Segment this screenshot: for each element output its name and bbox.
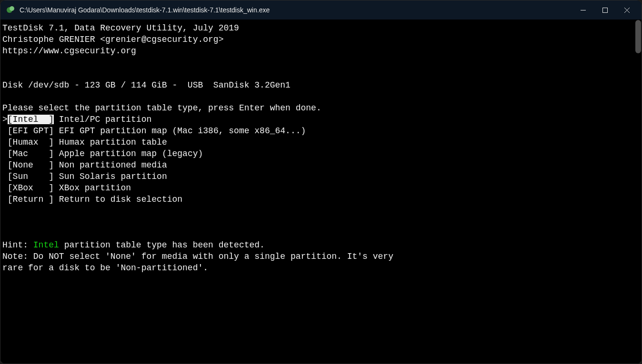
note-line-1: Note: Do NOT select 'None' for media wit…	[2, 252, 393, 261]
svg-point-1	[10, 6, 14, 11]
menu-item-sun[interactable]: [Sun ] Sun Solaris partition	[2, 171, 642, 182]
menu-desc: EFI GPT partition map (Mac i386, some x8…	[59, 126, 306, 136]
maximize-button[interactable]	[594, 0, 616, 20]
header-line-1: TestDisk 7.1, Data Recovery Utility, Jul…	[2, 23, 239, 33]
close-button[interactable]	[616, 0, 638, 20]
prompt-text: Please select the partition table type, …	[2, 103, 321, 113]
menu-item-none[interactable]: [None ] Non partitioned media	[2, 159, 642, 171]
minimize-button[interactable]	[572, 0, 594, 20]
menu-item-mac[interactable]: [Mac ] Apple partition map (legacy)	[2, 148, 642, 159]
menu-label: [Humax ]	[8, 138, 54, 147]
menu-desc: Return to disk selection	[59, 195, 182, 204]
header-line-3: https://www.cgsecurity.org	[2, 46, 136, 56]
menu-desc: Humax partition table	[59, 138, 167, 147]
terminal-output[interactable]: TestDisk 7.1, Data Recovery Utility, Jul…	[0, 20, 642, 364]
app-icon	[6, 6, 15, 14]
menu-item-intel[interactable]: >[Intel ] Intel/PC partition	[2, 114, 642, 125]
menu-label: [None ]	[8, 160, 54, 170]
menu-label: [Sun ]	[8, 172, 54, 181]
disk-info: Disk /dev/sdb - 123 GB / 114 GiB - USB S…	[2, 80, 291, 90]
hint-line: Hint: Intel partition table type has bee…	[2, 240, 265, 250]
menu-label: [Return ]	[8, 195, 54, 204]
menu-desc: XBox partition	[59, 183, 131, 193]
menu-desc: Intel/PC partition	[59, 115, 151, 124]
menu-item-xbox[interactable]: [XBox ] XBox partition	[2, 182, 642, 194]
hint-detected-type: Intel	[33, 240, 59, 250]
window-controls	[572, 0, 638, 20]
window: C:\Users\Manuviraj Godara\Downloads\test…	[0, 0, 642, 364]
menu-item-efi-gpt[interactable]: [EFI GPT] EFI GPT partition map (Mac i38…	[2, 125, 642, 137]
menu-label: [XBox ]	[8, 183, 54, 193]
header-line-2: Christophe GRENIER <grenier@cgsecurity.o…	[2, 35, 223, 44]
svg-rect-3	[602, 8, 607, 12]
menu-label: [Intel ]	[8, 115, 54, 124]
menu-desc: Non partitioned media	[59, 160, 167, 170]
window-title: C:\Users\Manuviraj Godara\Downloads\test…	[20, 6, 572, 14]
menu-desc: Sun Solaris partition	[59, 172, 167, 181]
menu-label: [EFI GPT]	[8, 126, 54, 136]
menu-label: [Mac ]	[8, 149, 54, 158]
menu-item-return[interactable]: [Return ] Return to disk selection	[2, 194, 642, 205]
scrollbar-thumb[interactable]	[635, 20, 641, 53]
note-line-2: rare for a disk to be 'Non-partitioned'.	[2, 263, 208, 273]
titlebar[interactable]: C:\Users\Manuviraj Godara\Downloads\test…	[0, 0, 642, 20]
menu-desc: Apple partition map (legacy)	[59, 149, 203, 158]
menu-item-humax[interactable]: [Humax ] Humax partition table	[2, 137, 642, 148]
